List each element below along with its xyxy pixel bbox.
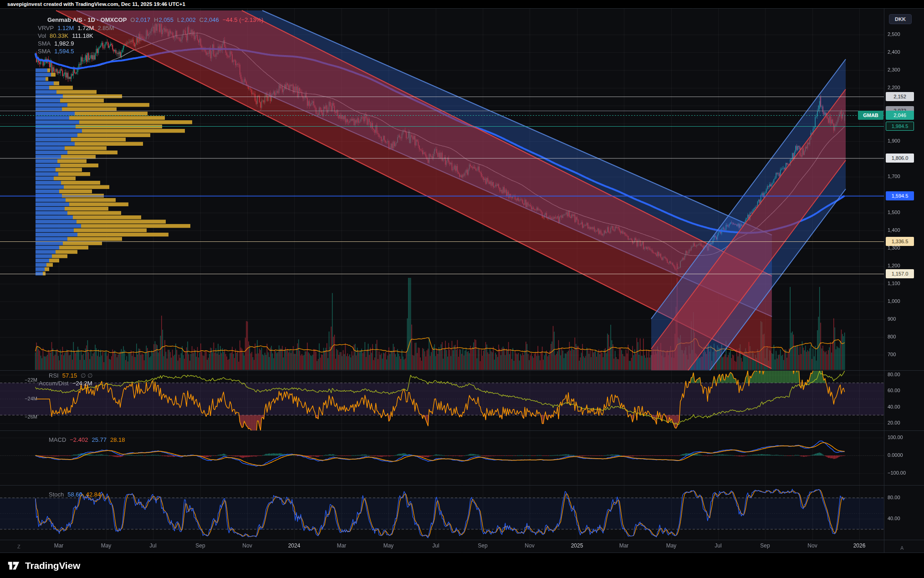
low-value: 2,002 [181,16,196,23]
high-label: H [154,16,158,23]
tradingview-app: savepiginvest created with TradingView.c… [0,0,924,578]
ohlc-high: H 2,055 [154,16,174,23]
indicator-value: −2.402 [70,436,88,443]
timezone-hint[interactable]: Z [17,544,20,549]
accum-dist-legend[interactable]: Accum/Dist −24.2M [39,379,92,387]
indicator-label: Vol [38,32,46,39]
macd-label: MACD [49,436,66,443]
ohlc-close: C 2,046 [199,16,219,23]
legend-row-sma-3[interactable]: SMA1,594.5 [38,47,74,55]
macd-values: −2.40225.7728.18 [70,436,125,443]
indicator-value: 2.85M [97,25,114,31]
change-value: −44.5 (−2.13%) [223,16,264,23]
tradingview-logo[interactable]: TradingView [6,557,80,575]
symbol-title[interactable]: Genmab A/S · 1D · OMXCOP [47,16,127,23]
accum-dist-value: −24.2M [72,380,92,387]
indicator-value: 1,594.5 [54,48,74,55]
stoch-legend[interactable]: Stoch 58.6042.84 [49,491,101,498]
legend-row-vol-1[interactable]: Vol80.33K111.18K [38,32,93,39]
indicator-label: SMA [38,48,51,55]
macd-legend[interactable]: MACD −2.40225.7728.18 [49,436,125,443]
ohlc-low: L 2,002 [177,16,196,23]
open-label: O [130,16,135,23]
indicator-value: 1.12M [57,25,74,31]
indicator-value: 111.18K [72,32,93,39]
indicator-value: 28.18 [110,436,125,443]
low-label: L [177,16,180,23]
ohlc-open: O 2,017 [130,16,150,23]
indicator-value: 1.72M [77,25,94,31]
indicator-value: 25.77 [92,436,107,443]
indicator-value: 42.84 [86,491,101,498]
main-legend[interactable]: Genmab A/S · 1D · OMXCOP O 2,017 H 2,055… [47,16,263,23]
stoch-values: 58.6042.84 [67,491,101,498]
rsi-label: RSI [49,372,59,379]
accum-dist-label: Accum/Dist [39,380,69,387]
tradingview-logo-icon [6,558,21,573]
tradingview-brand-text: TradingView [25,560,80,571]
indicator-label: SMA [38,40,51,47]
watermark-text: savepiginvest created with TradingView.c… [7,1,185,7]
watermark-bar: savepiginvest created with TradingView.c… [0,0,924,8]
open-value: 2,017 [135,16,150,23]
auto-scale-hint[interactable]: A [900,545,904,551]
rsi-extra: ∅ ∅ [81,372,92,379]
stoch-label: Stoch [49,491,64,498]
legend-row-vrvp-0[interactable]: VRVP1.12M1.72M2.85M [38,24,114,31]
legend-row-sma-2[interactable]: SMA1,982.9 [38,40,74,47]
close-label: C [199,16,204,23]
rsi-value: 57.15 [62,372,77,379]
high-value: 2,055 [158,16,174,23]
chart-canvas[interactable] [0,0,924,578]
indicator-value: 58.60 [67,491,82,498]
rsi-legend[interactable]: RSI 57.15 ∅ ∅ [49,372,92,379]
indicator-value: 80.33K [50,32,68,39]
indicator-label: VRVP [38,25,54,31]
close-value: 2,046 [204,16,219,23]
currency-button[interactable]: DKK [889,14,912,24]
indicator-value: 1,982.9 [54,40,74,47]
